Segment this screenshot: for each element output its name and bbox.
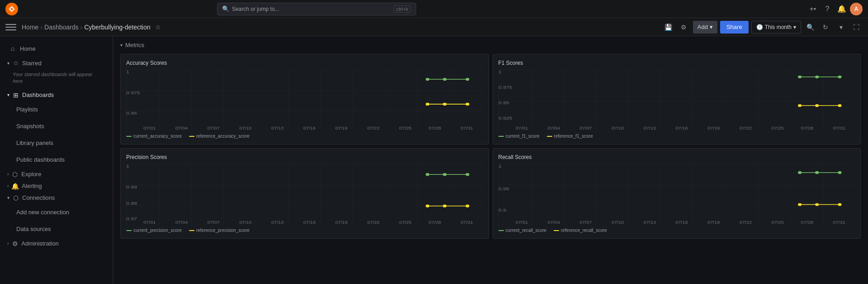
sidebar-item-add-connection[interactable]: Add new connection [2,204,111,221]
f1-current-dot [498,136,504,137]
save-icon: 💾 [664,24,672,31]
connections-icon: ⬡ [12,194,19,202]
share-button[interactable]: Share [720,21,749,34]
grafana-logo[interactable] [5,3,18,15]
svg-point-23 [426,78,429,81]
precision-current-legend: current_precision_score [126,228,182,233]
sidebar-section-alerting[interactable]: › 🔔 Alerting [2,181,111,192]
recall-reference-dot [554,230,559,231]
explore-icon: ⬡ [11,171,19,178]
sidebar-section-dashboards[interactable]: ▾ ⊞ Dashboards [2,90,111,101]
sidebar-section-starred[interactable]: ▾ ☆ Starred [2,58,111,68]
sidebar-section-explore[interactable]: › ⬡ Explore [2,169,111,180]
svg-text:07/25: 07/25 [399,220,412,225]
save-button[interactable]: 💾 [662,21,675,34]
menu-toggle-button[interactable] [5,22,16,33]
svg-point-2 [11,8,13,10]
refresh-button[interactable]: ↻ [819,21,832,34]
svg-text:1: 1 [126,164,129,168]
accuracy-panel-title: Accuracy Scores [126,60,483,66]
svg-point-76 [443,205,446,207]
f1-reference-legend: reference_f1_score [547,134,593,139]
sidebar-section-administration[interactable]: › ⚙ Administration [2,238,111,249]
precision-current-dot [126,230,132,231]
accuracy-reference-dot [189,136,194,137]
svg-text:07/19: 07/19 [335,126,347,130]
svg-point-73 [465,173,469,176]
svg-rect-30 [498,70,855,132]
svg-text:07/01: 07/01 [143,220,156,225]
svg-point-96 [838,171,841,174]
clock-icon: 🕐 [756,24,763,30]
svg-point-27 [426,103,429,106]
precision-legend: current_precision_score reference_precis… [126,228,483,233]
expand-icon: ⛶ [853,24,859,31]
refresh-dropdown-button[interactable]: ▾ [835,21,847,34]
content-area: ▾ Metrics Accuracy Scores 1 [113,36,868,284]
refresh-icon: ↻ [823,24,828,31]
add-button[interactable]: Add ▾ [693,21,717,34]
precision-reference-legend: reference_precision_score [189,228,250,233]
sidebar-item-library-panels[interactable]: Library panels [2,135,111,151]
svg-text:07/28: 07/28 [801,126,813,130]
administration-icon: ⚙ [11,240,19,247]
dashboards-chevron-icon: ▾ [7,92,9,97]
zoom-out-button[interactable]: 🔍 [804,21,816,34]
svg-point-53 [838,104,841,107]
svg-text:0.925: 0.925 [498,116,512,120]
gear-icon: ⚙ [681,24,687,31]
star-icon[interactable]: ☆ [155,24,161,31]
svg-point-24 [443,78,446,81]
navbar: Home › Dashboards › Cyberbullying-detect… [0,18,868,36]
svg-text:0.95: 0.95 [126,111,137,115]
home-icon: ⌂ [9,45,16,52]
settings-button[interactable]: ⚙ [678,21,690,34]
sidebar-item-data-sources[interactable]: Data sources [2,221,111,237]
svg-text:07/01: 07/01 [516,220,528,225]
svg-text:07/31: 07/31 [461,126,473,130]
svg-text:07/19: 07/19 [707,126,720,130]
search-shortcut: ctrl+k [394,5,411,13]
svg-text:07/10: 07/10 [612,126,624,130]
sidebar-item-public-dashboards[interactable]: Public dashboards [2,152,111,168]
precision-chart-svg: 1 0.99 0.98 0.97 07/01 07/04 07/07 07/10… [126,164,483,226]
plus-button[interactable]: + ▾ [806,3,819,15]
precision-panel-title: Precision Scores [126,154,483,160]
svg-point-29 [465,103,469,106]
svg-text:0.99: 0.99 [126,184,137,189]
help-button[interactable]: ? [821,3,834,15]
svg-text:0.975: 0.975 [498,85,512,89]
recall-reference-legend: reference_recall_score [554,228,607,233]
breadcrumb-dashboards[interactable]: Dashboards [44,24,79,31]
explore-chevron-icon: › [7,172,9,177]
search-bar[interactable]: 🔍 Search or jump to... ctrl+k [217,3,416,15]
sidebar-item-playlists[interactable]: Playlists [2,101,111,118]
svg-rect-78 [498,164,855,226]
svg-text:07/22: 07/22 [739,126,751,130]
breadcrumb-sep-2: › [81,24,83,31]
sidebar-item-home[interactable]: ⌂ Home [2,40,111,57]
recall-current-dot [498,230,504,231]
svg-text:07/22: 07/22 [739,220,751,225]
expand-button[interactable]: ⛶ [850,21,863,34]
svg-text:0.9: 0.9 [498,208,506,212]
time-range-button[interactable]: 🕐 This month ▾ [751,21,801,34]
time-range-chevron-icon: ▾ [793,24,796,30]
topbar-right: + ▾ ? 🔔 A [806,3,863,15]
f1-panel-title: F1 Scores [498,60,855,66]
topbar: 🔍 Search or jump to... ctrl+k + ▾ ? 🔔 A [0,0,868,18]
svg-text:0.975: 0.975 [126,90,140,95]
svg-point-51 [798,104,802,107]
refresh-chevron-icon: ▾ [840,24,843,31]
sidebar-item-snapshots[interactable]: Snapshots [2,118,111,135]
svg-text:07/04: 07/04 [547,220,560,225]
avatar[interactable]: A [850,3,863,15]
metrics-section-header[interactable]: ▾ Metrics [120,42,861,48]
svg-text:0.95: 0.95 [498,186,509,191]
breadcrumb-home[interactable]: Home [22,24,38,31]
recall-panel-title: Recall Scores [498,154,855,160]
administration-chevron-icon: › [7,241,9,246]
sidebar-section-connections[interactable]: ▾ ⬡ Connections [2,193,111,203]
notifications-button[interactable]: 🔔 [835,3,848,15]
main-layout: ⌂ Home ▾ ☆ Starred Your starred dashboar… [0,36,868,284]
